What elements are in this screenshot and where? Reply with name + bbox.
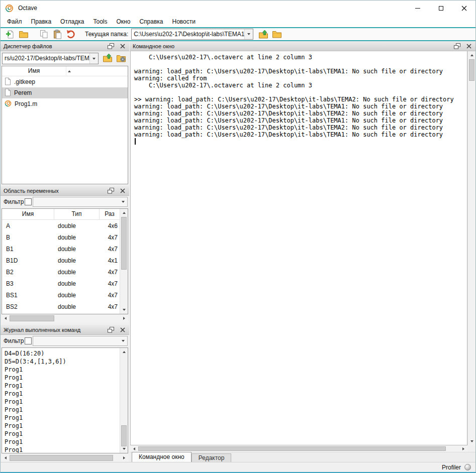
- column-header-name[interactable]: Имя: [2, 66, 66, 76]
- file-row[interactable]: Prog1.m: [2, 98, 128, 109]
- file-browser-up-button[interactable]: [101, 52, 114, 64]
- table-row[interactable]: B2 double 4x7: [2, 266, 128, 278]
- history-item[interactable]: Prog1: [2, 398, 128, 406]
- file-browser-titlebar[interactable]: Диспетчер файлов: [1, 41, 129, 51]
- undock-button[interactable]: [107, 42, 115, 50]
- close-panel-button[interactable]: [119, 187, 126, 194]
- history-item[interactable]: D4=D(16:20): [2, 349, 128, 358]
- filter-checkbox[interactable]: [25, 337, 32, 344]
- history-vertical-scrollbar[interactable]: [120, 348, 128, 453]
- scroll-up-button[interactable]: [120, 348, 128, 356]
- file-browser-path-combobox[interactable]: rs/u202-17/Desktop/it-labs/TEMA1: [2, 53, 99, 64]
- filter-dropdown-button[interactable]: [119, 336, 127, 345]
- close-panel-button[interactable]: [119, 326, 126, 333]
- workspace-table-header[interactable]: Имя Тип Раз: [2, 209, 128, 220]
- table-row[interactable]: B3 double 4x7: [2, 278, 128, 289]
- history-item[interactable]: Prog1: [2, 406, 128, 414]
- scroll-up-button[interactable]: [468, 51, 476, 59]
- scrollbar-thumb[interactable]: [469, 59, 474, 81]
- menu-file[interactable]: Файл: [3, 17, 27, 27]
- filter-checkbox[interactable]: [25, 198, 32, 205]
- copy-button[interactable]: [37, 29, 51, 40]
- open-file-button[interactable]: [17, 29, 30, 40]
- scrollbar-thumb[interactable]: [121, 217, 127, 270]
- history-titlebar[interactable]: Журнал выполненных команд: [1, 325, 129, 335]
- scrollbar-thumb[interactable]: [10, 455, 113, 461]
- scrollbar-track[interactable]: [120, 217, 128, 306]
- menu-help[interactable]: Справка: [135, 17, 167, 27]
- history-item[interactable]: Prog1: [2, 390, 128, 398]
- scrollbar-track[interactable]: [138, 445, 459, 452]
- workspace-titlebar[interactable]: Область переменных: [1, 186, 129, 196]
- new-script-button[interactable]: [3, 29, 17, 40]
- scrollbar-thumb[interactable]: [138, 446, 446, 451]
- history-item[interactable]: Prog1: [2, 414, 128, 422]
- table-row[interactable]: BS1 double 4x7: [2, 289, 128, 301]
- window-titlebar[interactable]: Octave: [1, 1, 475, 16]
- minimize-button[interactable]: [406, 1, 429, 16]
- history-item[interactable]: Prog1: [2, 446, 128, 453]
- file-list-header[interactable]: Имя: [2, 66, 128, 76]
- file-row-selected[interactable]: Perem: [2, 87, 128, 98]
- table-row[interactable]: A double 4x6: [2, 220, 128, 231]
- file-row[interactable]: .gitkeep: [2, 76, 128, 87]
- scroll-up-button[interactable]: [120, 209, 128, 217]
- scroll-right-button[interactable]: [120, 314, 128, 322]
- command-window-titlebar[interactable]: Командное окно: [130, 41, 475, 51]
- history-item[interactable]: Prog1: [2, 438, 128, 446]
- profiler-indicator-icon[interactable]: [464, 464, 471, 470]
- history-item[interactable]: Prog1: [2, 430, 128, 438]
- scroll-left-button[interactable]: [130, 445, 138, 452]
- history-item[interactable]: Prog1: [2, 382, 128, 390]
- table-row[interactable]: B double 4x7: [2, 231, 128, 243]
- history-item[interactable]: Prog1: [2, 422, 128, 430]
- workspace-filter-combobox[interactable]: [33, 197, 128, 207]
- console-output[interactable]: C:\Users\u202-17\.octaverc at line 2 col…: [130, 51, 467, 445]
- history-item[interactable]: D5=D(3:4,[1,3,6]): [2, 358, 128, 366]
- current-folder-dropdown-button[interactable]: [244, 29, 253, 39]
- scroll-down-button[interactable]: [120, 306, 128, 314]
- close-panel-button[interactable]: [465, 42, 472, 50]
- undock-button[interactable]: [453, 42, 461, 50]
- undo-button[interactable]: [64, 29, 78, 40]
- console-vertical-scrollbar[interactable]: [467, 51, 475, 445]
- close-panel-button[interactable]: [119, 42, 126, 50]
- tab-command-window[interactable]: Командное окно: [132, 452, 192, 462]
- workspace-horizontal-scrollbar[interactable]: [2, 314, 128, 322]
- undock-button[interactable]: [107, 326, 115, 333]
- menu-window[interactable]: Окно: [112, 17, 135, 27]
- menu-edit[interactable]: Правка: [27, 17, 56, 27]
- menu-tools[interactable]: Tools: [89, 17, 112, 27]
- current-folder-combobox[interactable]: C:\Users\u202-17\Desktop\it-labs\TEMA1: [131, 29, 253, 40]
- table-row[interactable]: B1D double 4x1: [2, 255, 128, 266]
- tab-editor[interactable]: Редактор: [192, 453, 232, 462]
- undock-button[interactable]: [107, 187, 115, 194]
- paste-button[interactable]: [51, 29, 64, 40]
- scrollbar-thumb[interactable]: [10, 315, 54, 321]
- scrollbar-track[interactable]: [120, 356, 128, 445]
- scroll-left-button[interactable]: [2, 454, 10, 462]
- history-item[interactable]: Prog1: [2, 374, 128, 382]
- column-header-name[interactable]: Имя: [2, 209, 54, 219]
- browse-folder-button[interactable]: [270, 29, 283, 40]
- history-filter-combobox[interactable]: [33, 336, 128, 346]
- menu-news[interactable]: Новости: [167, 17, 200, 27]
- folder-up-button[interactable]: [256, 29, 270, 40]
- maximize-button[interactable]: [429, 1, 452, 16]
- table-row[interactable]: B1 double 4x7: [2, 243, 128, 255]
- scrollbar-thumb[interactable]: [121, 425, 127, 446]
- history-horizontal-scrollbar[interactable]: [2, 454, 128, 462]
- history-item[interactable]: Prog1: [2, 366, 128, 374]
- workspace-vertical-scrollbar[interactable]: [120, 209, 128, 314]
- table-row[interactable]: BS2 double 4x7: [2, 301, 128, 312]
- scroll-down-button[interactable]: [468, 437, 476, 445]
- scroll-left-button[interactable]: [2, 314, 10, 322]
- scroll-right-button[interactable]: [459, 445, 467, 452]
- scroll-right-button[interactable]: [120, 454, 128, 462]
- path-dropdown-button[interactable]: [89, 53, 98, 64]
- scrollbar-track[interactable]: [468, 59, 475, 437]
- file-browser-settings-button[interactable]: [114, 52, 128, 64]
- column-header-size[interactable]: Раз: [100, 209, 120, 219]
- menu-debug[interactable]: Отладка: [56, 17, 88, 27]
- close-button[interactable]: [452, 1, 475, 16]
